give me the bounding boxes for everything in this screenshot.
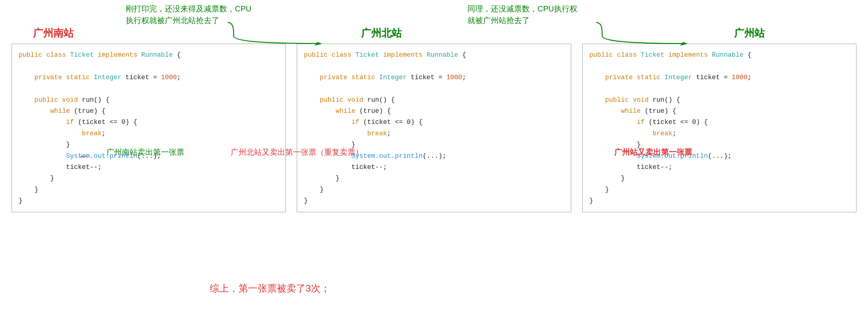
annotation-gz-sell: 广州站又卖出第一张票 bbox=[614, 147, 692, 158]
label-north: 广州北站 bbox=[361, 26, 402, 40]
annotation-top-right-line1: 同理，还没减票数，CPU执行权 bbox=[467, 4, 577, 13]
arrow-south: ← bbox=[80, 151, 87, 163]
panel-north: public class Ticket implements Runnable … bbox=[297, 44, 571, 212]
panels-row: public class Ticket implements Runnable … bbox=[6, 44, 862, 212]
annotation-top-left-line1: 刚打印完，还没来得及减票数，CPU bbox=[126, 4, 251, 13]
label-gz: 广州站 bbox=[734, 26, 765, 40]
code-south: public class Ticket implements Runnable … bbox=[19, 50, 279, 206]
annotation-top-right-line2: 就被广州站抢去了 bbox=[467, 16, 530, 25]
main-container: 刚打印完，还没来得及减票数，CPU 执行权就被广州北站抢去了 同理，还没减票数，… bbox=[0, 0, 868, 315]
annotation-top-left: 刚打印完，还没来得及减票数，CPU 执行权就被广州北站抢去了 bbox=[126, 3, 251, 26]
code-north: public class Ticket implements Runnable … bbox=[304, 50, 564, 206]
annotation-north-sell: 广州北站又卖出第一张票（重复卖票） bbox=[231, 147, 363, 158]
annotation-top-right: 同理，还没减票数，CPU执行权 就被广州站抢去了 bbox=[467, 3, 577, 26]
label-south: 广州南站 bbox=[33, 26, 74, 40]
code-gz: public class Ticket implements Runnable … bbox=[589, 50, 849, 206]
annotation-top-left-line2: 执行权就被广州北站抢去了 bbox=[126, 16, 219, 25]
panel-south: public class Ticket implements Runnable … bbox=[11, 44, 286, 212]
annotation-summary: 综上，第一张票被卖了3次； bbox=[210, 282, 330, 295]
panel-gz: public class Ticket implements Runnable … bbox=[582, 44, 857, 212]
annotation-south-sell: 广州南站卖出第一张票 bbox=[106, 147, 184, 158]
